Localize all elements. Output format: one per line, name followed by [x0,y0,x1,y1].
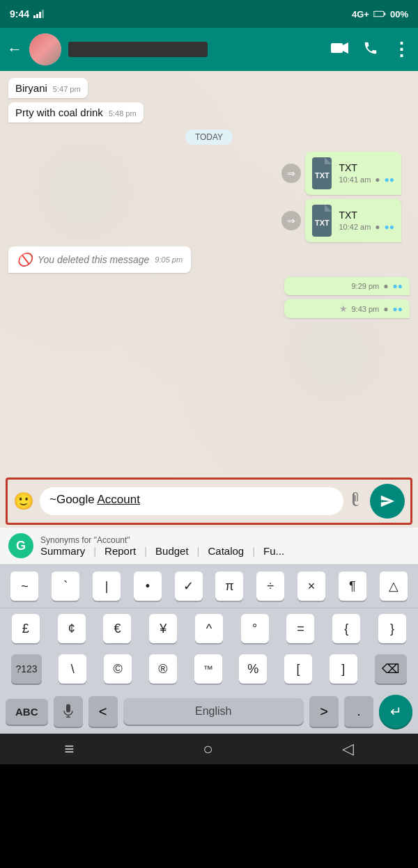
synonym-more[interactable]: Fu... [263,545,284,557]
key-pi[interactable]: π [215,571,243,601]
blank-message-1: 9:29 pm ● ●● [284,277,410,295]
key-num-switch[interactable]: ?123 [11,654,41,684]
svg-rect-0 [33,15,36,18]
synonym-catalog[interactable]: Catalog [208,545,244,557]
key-close-brace[interactable]: } [378,614,406,643]
file-bubble-1: TXT TXT 10:41 am ● ●● [305,152,401,195]
key-chevron-left[interactable]: < [88,696,118,727]
key-multiply[interactable]: × [297,571,325,601]
key-percent[interactable]: % [239,654,267,684]
svg-rect-2 [39,12,41,18]
key-pound[interactable]: £ [12,614,40,643]
symbol-row: ?123 \ © ® ™ % [ ] ⌫ [0,649,418,689]
key-close-bracket[interactable]: ] [330,654,357,684]
status-time: 9:44 [10,8,46,19]
keyboard: ~ ` | • ✓ π ÷ × ¶ △ £ ¢ € ¥ ^ ° = { } ?1… [0,565,418,734]
grammarly-content: Synonyms for "Account" Summary | Report … [40,535,284,557]
key-backtick[interactable]: ` [52,571,79,601]
key-yen[interactable]: ¥ [149,614,177,643]
key-copyright[interactable]: © [104,654,132,684]
message-biryani: Biryani 5:47 pm [8,78,88,98]
more-options-icon[interactable]: ⋮ [392,39,411,61]
svg-rect-7 [331,43,343,53]
key-chevron-right[interactable]: > [309,696,339,727]
voice-call-icon[interactable] [363,40,378,59]
top-bar-icons: ⋮ [331,39,411,61]
contact-name[interactable] [68,42,208,57]
key-mic[interactable] [54,696,83,727]
key-bullet[interactable]: • [134,571,162,601]
deleted-icon: 🚫 [17,252,32,267]
key-trademark[interactable]: ™ [194,654,222,684]
key-pilcrow[interactable]: ¶ [339,571,366,601]
key-delete[interactable]: ⌫ [375,654,407,684]
svg-rect-1 [36,14,38,18]
attach-button[interactable] [349,491,364,511]
avatar[interactable] [29,33,61,65]
grammarly-title: Synonyms for "Account" [40,535,284,545]
key-open-bracket[interactable]: [ [284,654,312,684]
key-backslash[interactable]: \ [59,654,86,684]
file-icon-2: TXT [312,205,332,237]
svg-rect-6 [374,12,376,15]
keyboard-nav-row: ABC < English > . ↵ [0,689,418,734]
key-tilde[interactable]: ~ [10,571,38,601]
nav-home-icon[interactable]: ○ [203,739,213,759]
signal-icon [33,10,46,18]
file-message-1: ⇒ TXT TXT 10:41 am ● ●● [281,152,410,195]
currency-row: £ ¢ € ¥ ^ ° = { } [0,608,418,649]
key-equals[interactable]: = [286,614,314,643]
grammarly-logo: G [8,533,33,558]
svg-rect-9 [66,704,70,713]
grammarly-synonyms: Summary | Report | Budget | Catalog | Fu… [40,545,284,557]
special-chars-row: ~ ` | • ✓ π ÷ × ¶ △ [0,565,418,608]
key-cent[interactable]: ¢ [58,614,86,643]
key-pipe[interactable]: | [93,571,121,601]
send-button[interactable] [370,484,405,519]
video-call-icon[interactable] [331,42,349,58]
key-open-brace[interactable]: { [332,614,360,643]
key-triangle[interactable]: △ [380,571,408,601]
input-bar: 🙂 ~Google Account [6,478,412,525]
file-icon-1: TXT [312,157,332,189]
key-abc[interactable]: ABC [6,699,48,725]
emoji-button[interactable]: 🙂 [13,491,34,511]
date-divider-today: TODAY [185,129,233,145]
chat-area: Biryani 5:47 pm Prty with coal drink 5:4… [0,71,418,475]
message-prty: Prty with coal drink 5:48 pm [8,102,144,123]
grammarly-bar: G Synonyms for "Account" Summary | Repor… [0,528,418,565]
forward-icon-2[interactable]: ⇒ [281,211,301,230]
key-checkmark[interactable]: ✓ [175,571,203,601]
synonym-budget[interactable]: Budget [155,545,189,557]
forward-icon-1[interactable]: ⇒ [281,164,301,183]
key-euro[interactable]: € [103,614,131,643]
nav-menu-icon[interactable]: ≡ [64,739,74,759]
back-button[interactable]: ← [7,40,22,58]
input-wrapper: 🙂 ~Google Account [0,475,418,528]
status-bar: 9:44 4G+ 00% [0,0,418,28]
top-bar: ← ⋮ [0,28,418,71]
key-period[interactable]: . [344,696,373,727]
key-language[interactable]: English [123,698,304,725]
nav-back-icon[interactable]: ◁ [342,740,354,758]
svg-rect-5 [384,13,385,15]
key-enter[interactable]: ↵ [379,695,412,728]
nav-bar: ≡ ○ ◁ [0,734,418,764]
synonym-report[interactable]: Report [104,545,136,557]
synonym-summary[interactable]: Summary [40,545,85,557]
svg-rect-3 [42,10,44,18]
svg-marker-8 [343,42,348,54]
key-degree[interactable]: ° [241,614,269,643]
key-caret[interactable]: ^ [195,614,223,643]
deleted-message: 🚫 You deleted this message 9:05 pm [8,246,191,273]
battery-icon [373,10,386,18]
status-right: 4G+ 00% [352,9,408,19]
blank-message-2: ★ 9:43 pm ● ●● [284,299,410,318]
key-registered[interactable]: ® [149,654,177,684]
message-input[interactable]: ~Google Account [40,487,343,515]
key-divide[interactable]: ÷ [256,571,284,601]
file-message-2: ⇒ TXT TXT 10:42 am ● ●● [281,199,410,242]
file-bubble-2: TXT TXT 10:42 am ● ●● [305,199,401,242]
